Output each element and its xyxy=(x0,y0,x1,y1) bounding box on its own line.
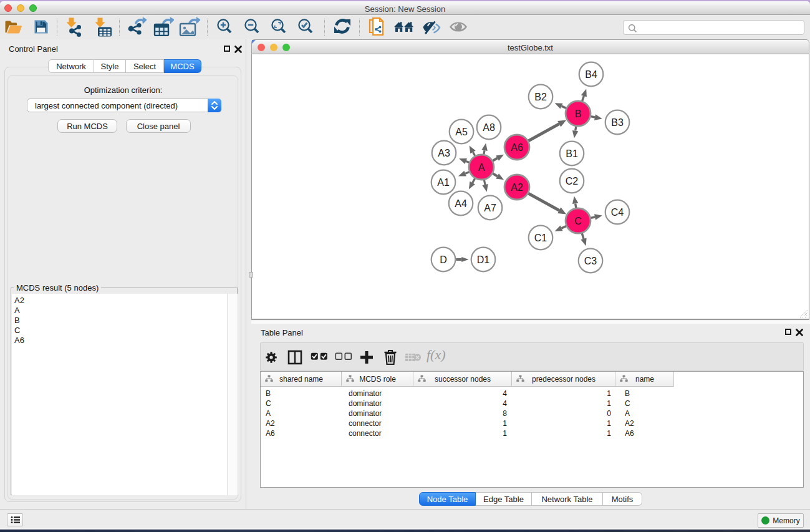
svg-text:A7: A7 xyxy=(484,203,496,213)
svg-text:B2: B2 xyxy=(534,92,547,102)
svg-text:D: D xyxy=(440,254,447,265)
svg-text:A4: A4 xyxy=(455,198,467,209)
svg-text:C: C xyxy=(574,216,582,226)
svg-text:A8: A8 xyxy=(483,122,495,133)
svg-text:C4: C4 xyxy=(611,207,624,218)
svg-text:A5: A5 xyxy=(455,127,468,137)
svg-text:B3: B3 xyxy=(611,117,624,128)
svg-text:B1: B1 xyxy=(566,148,578,159)
svg-text:B: B xyxy=(575,109,582,119)
svg-text:D1: D1 xyxy=(477,254,490,265)
svg-text:A3: A3 xyxy=(438,148,450,158)
svg-text:A1: A1 xyxy=(437,177,450,188)
svg-text:A2: A2 xyxy=(511,182,523,193)
svg-text:C3: C3 xyxy=(584,256,597,266)
svg-text:A: A xyxy=(478,162,485,173)
svg-text:A6: A6 xyxy=(511,142,523,153)
svg-text:C2: C2 xyxy=(566,176,579,186)
svg-text:B4: B4 xyxy=(585,69,597,80)
svg-text:C1: C1 xyxy=(534,233,547,243)
